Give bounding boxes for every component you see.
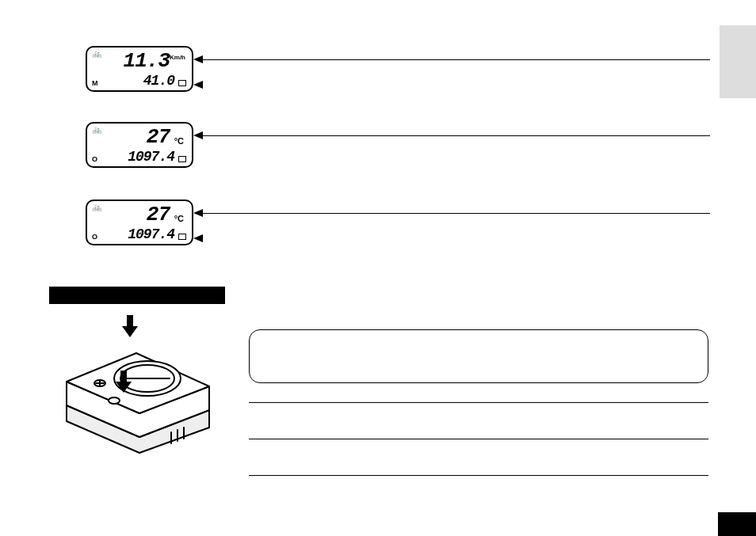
bottom-unit-box (178, 156, 186, 162)
top-unit: °C (174, 136, 184, 146)
arrow-down-icon (116, 371, 132, 393)
leader-line (203, 213, 710, 214)
leader-line (203, 135, 710, 136)
device-illustration (52, 317, 223, 459)
lcd-display-2: 🚲 O 27 °C 1097.4 (86, 122, 193, 168)
bottom-unit-box (178, 234, 186, 240)
lcd-display-1: 🚲 M 11.3 Km/h 41.0 (86, 46, 193, 92)
arrow-head-icon (193, 209, 203, 217)
arrow-down-icon (122, 315, 138, 337)
hr-line (249, 402, 708, 403)
page-tab-top (720, 25, 756, 98)
top-unit: °C (174, 214, 184, 223)
svg-marker-11 (116, 371, 132, 393)
svg-point-6 (109, 397, 120, 404)
top-value: 27 (147, 125, 170, 149)
mode-letter: M (92, 79, 98, 87)
svg-marker-10 (122, 315, 138, 337)
bottom-unit-box (178, 80, 186, 86)
hr-line (249, 475, 708, 476)
arrow-head-icon (193, 131, 203, 139)
note-box (249, 329, 708, 383)
page-corner-bottom (718, 512, 756, 536)
arrow-head-icon (193, 81, 203, 89)
mode-letter: O (92, 233, 97, 241)
bike-icon: 🚲 (92, 203, 101, 211)
arrow-head-icon (193, 234, 203, 242)
top-unit: Km/h (170, 54, 185, 61)
arrow-head-icon (193, 55, 203, 63)
top-value: 27 (147, 203, 170, 226)
leader-line (203, 59, 710, 60)
mode-letter: O (92, 155, 97, 163)
bottom-value: 1097.4 (128, 226, 174, 242)
hr-line (249, 439, 708, 439)
top-value: 11.3 (124, 49, 170, 73)
bottom-value: 1097.4 (128, 149, 174, 165)
bike-icon: 🚲 (92, 50, 101, 58)
section-heading-bar (49, 287, 225, 304)
lcd-display-3: 🚲 O 27 °C 1097.4 (86, 200, 193, 245)
bottom-value: 41.0 (143, 73, 174, 89)
bike-icon: 🚲 (92, 126, 101, 134)
